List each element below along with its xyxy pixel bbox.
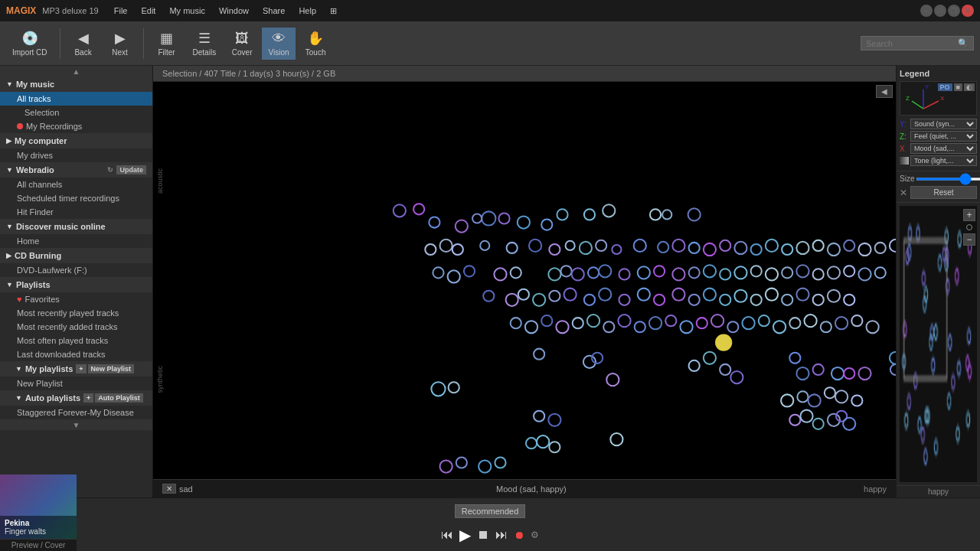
reset-x-button[interactable]: ✕ <box>900 187 907 198</box>
sidebar-item-newplaylist[interactable]: New Playlist <box>0 377 152 390</box>
collapse-button[interactable]: ◀ <box>876 85 893 98</box>
maximize-button[interactable]: □ <box>934 5 946 17</box>
svg-point-86 <box>751 295 762 305</box>
mood-happy-label: happy <box>864 484 887 494</box>
menu-mymusic[interactable]: My music <box>163 5 211 18</box>
svg-point-96 <box>556 321 568 333</box>
legend-toggle2[interactable]: ◐ <box>964 83 975 91</box>
zoom-in-button[interactable]: + <box>963 209 975 221</box>
svg-point-33 <box>751 244 762 255</box>
vision-area[interactable]: acoustic synthetic ◀ <box>153 82 896 479</box>
restore-button[interactable]: ❐ <box>948 5 960 17</box>
sidebar-item-scheduled[interactable]: Scheduled timer recordings <box>0 191 152 205</box>
y-select[interactable]: Sound (syn... <box>910 119 977 129</box>
sidebar-item-myrecordings[interactable]: My Recordings <box>0 119 152 133</box>
size-label: Size <box>900 174 914 183</box>
touch-button[interactable]: ✋ Touch <box>299 27 332 60</box>
sidebar-section-mycomputer[interactable]: ▶ My computer <box>0 133 152 148</box>
menu-share[interactable]: Share <box>256 5 291 18</box>
stop-button[interactable]: ⏹ <box>475 527 491 543</box>
minimap[interactable]: + − <box>900 206 977 482</box>
sidebar-section-discover[interactable]: ▼ Discover music online <box>0 219 152 234</box>
close-button[interactable]: ✕ <box>962 5 974 17</box>
svg-point-144 <box>534 411 544 422</box>
svg-point-94 <box>525 321 537 333</box>
menu-help[interactable]: Help <box>292 5 322 18</box>
svg-point-80 <box>654 295 665 305</box>
svg-point-148 <box>813 419 824 429</box>
playlists-arrow: ▼ <box>6 281 13 289</box>
settings-button[interactable]: ⚙ <box>529 528 541 542</box>
sidebar-item-often-played[interactable]: Most often played tracks <box>0 334 152 347</box>
panel-toggle[interactable]: ◀ <box>876 85 893 98</box>
svg-point-106 <box>711 315 724 327</box>
svg-point-93 <box>511 318 521 328</box>
record-button[interactable]: ⏺ <box>512 527 526 543</box>
next-button[interactable]: ▶ Next <box>103 27 137 60</box>
forward-button[interactable]: ⏭ <box>494 527 509 543</box>
svg-point-47 <box>511 267 521 278</box>
vision-button[interactable]: 👁 Vision <box>262 28 296 60</box>
sidebar-item-home[interactable]: Home <box>0 234 152 248</box>
size-slider[interactable] <box>916 178 980 181</box>
recommended-badge[interactable]: Recommended <box>455 504 526 518</box>
sidebar-item-alltracks[interactable]: All tracks <box>0 92 152 106</box>
tone-select[interactable]: Tone (light,... <box>910 155 977 166</box>
sidebar-section-autoplaylists[interactable]: ▼ Auto playlists + Auto Playlist <box>0 390 152 406</box>
update-button[interactable]: Update <box>116 165 146 174</box>
sidebar-section-webradio[interactable]: ▼ Webradio ↻ Update <box>0 162 152 178</box>
svg-point-1 <box>429 217 439 227</box>
sidebar-item-dvd[interactable]: DVD-Laufwerk (F:) <box>0 263 152 277</box>
svg-point-28 <box>672 240 684 252</box>
svg-point-4 <box>541 219 552 230</box>
sidebar-section-myplaylists[interactable]: ▼ My playlists + New Playlist <box>0 361 152 377</box>
sidebar-section-cd[interactable]: ▶ CD Burning <box>0 248 152 263</box>
legend-toggle1[interactable]: ■ <box>954 83 962 91</box>
back-icon: ◀ <box>78 30 89 47</box>
sidebar-section-playlists[interactable]: ▼ Playlists <box>0 277 152 292</box>
play-button[interactable]: ▶ <box>458 524 472 546</box>
cover-button[interactable]: 🖼 Cover <box>225 28 259 60</box>
sidebar-scroll-up[interactable]: ▲ <box>0 66 152 77</box>
sidebar-item-staggered[interactable]: Staggered Forever-My Disease <box>0 406 152 419</box>
mood-x-button[interactable]: ✕ <box>162 484 176 494</box>
back-button[interactable]: ◀ Back <box>67 27 100 60</box>
auto-playlist-button[interactable]: Auto Playlist <box>95 393 143 403</box>
legend-po-btn[interactable]: PO <box>938 83 952 91</box>
menu-file[interactable]: File <box>108 5 134 18</box>
svg-point-39 <box>844 240 854 251</box>
svg-point-9 <box>557 209 567 220</box>
menu-icon[interactable]: ⊞ <box>324 5 343 18</box>
sidebar-item-last-downloaded[interactable]: Last downloaded tracks <box>0 347 152 361</box>
import-cd-button[interactable]: 💿 Import CD <box>6 27 54 60</box>
sidebar-scroll-down[interactable]: ▼ <box>0 419 152 430</box>
svg-point-162 <box>610 433 622 445</box>
details-button[interactable]: ☰ Details <box>187 27 223 60</box>
sidebar-item-recent-played[interactable]: Most recently played tracks <box>0 306 152 320</box>
new-playlist-button[interactable]: New Playlist <box>88 364 135 373</box>
sidebar-item-favorites[interactable]: ♥ Favorites <box>0 292 152 306</box>
sidebar-section-mymusic[interactable]: ▼ My music <box>0 77 152 92</box>
search-input[interactable] <box>866 39 958 48</box>
sidebar-item-mydrives[interactable]: My drives <box>0 148 152 162</box>
zoom-out-button[interactable]: − <box>963 233 975 246</box>
minimize-button[interactable]: ─ <box>920 5 933 17</box>
scatter-plot[interactable] <box>167 82 896 479</box>
svg-point-95 <box>541 315 552 326</box>
sidebar-item-recent-added[interactable]: Most recently added tracks <box>0 320 152 334</box>
sidebar-item-hitfinder[interactable]: Hit Finder <box>0 205 152 219</box>
z-select[interactable]: Feel (quiet, ... <box>910 131 977 142</box>
menu-edit[interactable]: Edit <box>135 5 162 18</box>
menu-window[interactable]: Window <box>213 5 255 18</box>
filter-button[interactable]: ▦ Filter <box>150 27 184 60</box>
reset-button[interactable]: Reset <box>910 186 977 199</box>
album-title: Finger walts <box>5 527 72 536</box>
svg-point-66 <box>828 266 840 279</box>
sidebar-item-selection[interactable]: Selection <box>0 106 152 119</box>
add-autoplaylists-btn[interactable]: + <box>83 393 93 403</box>
add-playlist-btn[interactable]: + <box>76 364 86 373</box>
x-select[interactable]: Mood (sad,... <box>910 143 977 154</box>
svg-point-0 <box>394 204 406 217</box>
sidebar-item-allchannels[interactable]: All channels <box>0 178 152 191</box>
rewind-button[interactable]: ⏮ <box>439 527 455 543</box>
